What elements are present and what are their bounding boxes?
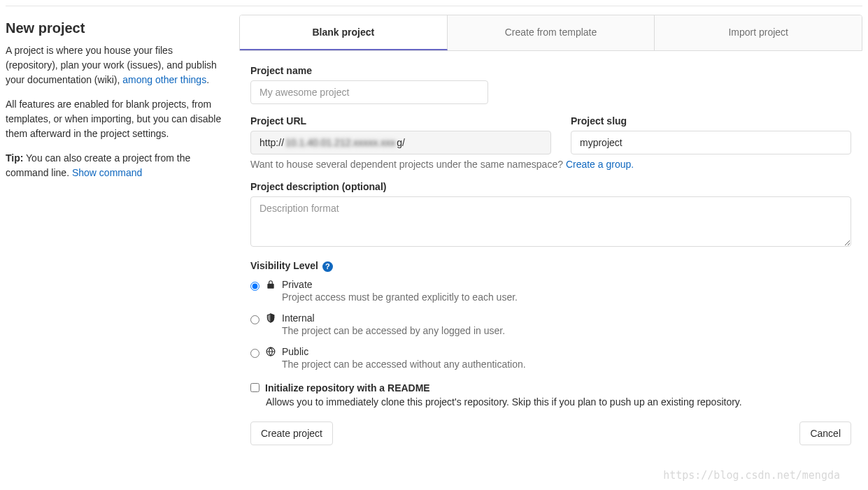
readme-desc: Allows you to immediately clone this pro… — [266, 396, 851, 408]
tab-blank-project[interactable]: Blank project — [240, 15, 448, 50]
help-icon[interactable]: ? — [322, 261, 333, 272]
cancel-button[interactable]: Cancel — [799, 421, 851, 445]
visibility-public-radio[interactable] — [250, 349, 259, 358]
main-content: Blank project Create from template Impor… — [239, 15, 862, 445]
project-name-label: Project name — [250, 65, 851, 76]
sidebar-desc-1: A project is where you house your files … — [6, 43, 222, 87]
sidebar-tip: Tip: You can also create a project from … — [6, 151, 222, 180]
among-other-things-link[interactable]: among other things — [122, 74, 206, 85]
page-title: New project — [6, 20, 222, 36]
create-group-link[interactable]: Create a group. — [566, 159, 634, 170]
namespace-hint: Want to house several dependent projects… — [250, 159, 851, 170]
project-slug-input[interactable] — [571, 131, 851, 154]
project-url-label: Project URL — [250, 115, 551, 127]
tip-label: Tip: — [6, 152, 23, 164]
show-command-link[interactable]: Show command — [72, 167, 142, 178]
visibility-internal-option[interactable]: Internal The project can be accessed by … — [250, 312, 851, 336]
project-description-input[interactable] — [250, 196, 851, 247]
sidebar: New project A project is where you house… — [6, 15, 222, 445]
globe-icon — [265, 346, 276, 357]
visibility-private-radio[interactable] — [250, 282, 259, 291]
tab-create-from-template[interactable]: Create from template — [448, 15, 655, 50]
visibility-public-option[interactable]: Public The project can be accessed witho… — [250, 346, 851, 370]
readme-checkbox[interactable] — [250, 383, 259, 392]
sidebar-desc-2: All features are enabled for blank proje… — [6, 97, 222, 141]
project-slug-label: Project slug — [571, 115, 851, 127]
shield-icon — [265, 312, 276, 324]
project-name-input[interactable] — [250, 80, 488, 104]
readme-label: Initialize repository with a README — [265, 382, 430, 394]
visibility-private-option[interactable]: Private Project access must be granted e… — [250, 279, 851, 303]
visibility-level-label: Visibility Level ? — [250, 260, 851, 272]
create-project-button[interactable]: Create project — [250, 421, 333, 445]
visibility-internal-radio[interactable] — [250, 315, 259, 324]
project-url-input[interactable]: http://10.1.40.01.212.xxxxx.xxxg/ — [250, 131, 551, 154]
lock-icon — [265, 279, 276, 290]
tab-import-project[interactable]: Import project — [655, 15, 862, 50]
tabs: Blank project Create from template Impor… — [239, 15, 862, 51]
project-description-label: Project description (optional) — [250, 181, 851, 192]
